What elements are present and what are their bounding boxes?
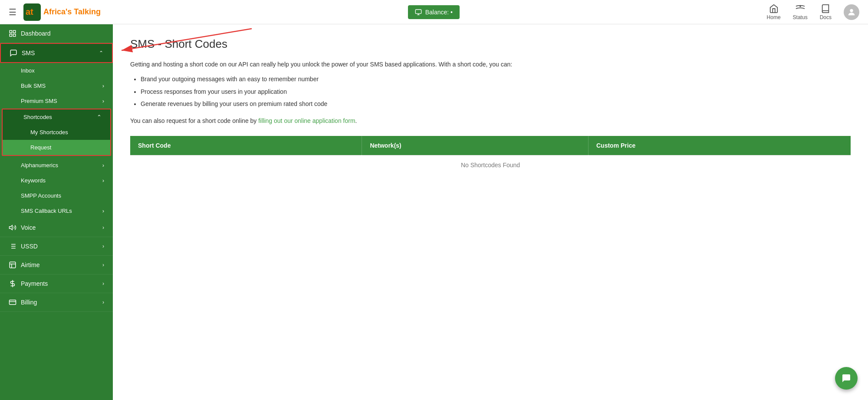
table-header-custom-price: Custom Price	[588, 136, 851, 155]
sidebar-item-dashboard-label: Dashboard	[21, 30, 51, 37]
sidebar-item-keywords[interactable]: Keywords ›	[0, 173, 113, 188]
bullet-item-3: Generate revenues by billing your users …	[141, 99, 851, 109]
page-title: SMS - Short Codes	[130, 37, 851, 51]
svg-point-6	[850, 9, 853, 12]
premium-sms-chevron: ›	[102, 98, 104, 104]
alphanumerics-chevron: ›	[102, 162, 104, 169]
header-center: Balance: •	[408, 5, 460, 19]
bullet-item-2: Process responses from your users in you…	[141, 87, 851, 96]
voice-chevron: ›	[102, 225, 104, 231]
main-layout: Dashboard SMS ⌃ Inbox Bulk SMS › Premium…	[0, 24, 868, 400]
home-nav-item[interactable]: Home	[767, 4, 781, 20]
sidebar-item-ussd[interactable]: USSD ›	[0, 237, 113, 256]
svg-rect-8	[13, 30, 16, 33]
chat-icon	[841, 373, 852, 383]
content-area: SMS - Short Codes Getting and hosting a …	[113, 24, 868, 400]
sidebar-item-airtime-label: Airtime	[21, 261, 40, 268]
table-header-short-code: Short Code	[130, 136, 362, 155]
sidebar-item-my-shortcodes[interactable]: My Shortcodes	[3, 125, 110, 140]
sidebar-item-sms[interactable]: SMS ⌃	[0, 43, 113, 63]
shortcodes-group: Shortcodes ⌃ My Shortcodes Request	[2, 109, 111, 156]
application-form-link[interactable]: filling out our online application form	[258, 117, 355, 124]
table-empty-row: No Shortcodes Found	[130, 155, 851, 175]
sidebar-item-bulk-sms[interactable]: Bulk SMS ›	[0, 78, 113, 93]
status-icon	[796, 4, 805, 13]
sms-icon	[10, 49, 17, 57]
logo-icon: at	[23, 3, 41, 21]
airtime-chevron: ›	[102, 262, 104, 268]
header-right: Home Status Docs	[767, 4, 859, 20]
sidebar-item-airtime[interactable]: Airtime ›	[0, 256, 113, 274]
svg-rect-10	[10, 34, 12, 36]
callback-chevron: ›	[102, 208, 104, 214]
billing-chevron: ›	[102, 299, 104, 305]
sidebar-item-alphanumerics[interactable]: Alphanumerics ›	[0, 158, 113, 173]
top-header: ☰ at Africa's Talking Balance: • Home St…	[0, 0, 868, 24]
ussd-icon	[9, 242, 16, 250]
payments-icon	[9, 280, 16, 288]
svg-marker-11	[10, 225, 13, 230]
table-header-networks: Network(s)	[362, 136, 589, 155]
bullet-list: Brand your outgoing messages with an eas…	[141, 74, 851, 109]
sidebar-item-inbox[interactable]: Inbox	[0, 63, 113, 78]
intro-text: Getting and hosting a short code on our …	[130, 60, 851, 69]
sidebar-item-sms-label: SMS	[22, 50, 35, 56]
sidebar-item-voice[interactable]: Voice ›	[0, 218, 113, 237]
svg-rect-2	[415, 10, 421, 13]
svg-rect-20	[10, 300, 16, 305]
sms-chevron: ⌃	[99, 50, 103, 56]
logo-text: Africa's Talking	[43, 7, 101, 17]
svg-rect-9	[13, 34, 16, 36]
fab-button[interactable]	[835, 367, 858, 390]
sidebar-item-smpp-accounts[interactable]: SMPP Accounts	[0, 188, 113, 203]
shortcodes-chevron: ⌃	[97, 114, 102, 120]
dashboard-icon	[9, 30, 16, 37]
billing-icon	[9, 298, 16, 306]
sidebar-item-payments[interactable]: Payments ›	[0, 274, 113, 293]
sidebar-item-billing-label: Billing	[21, 299, 37, 306]
user-avatar[interactable]	[844, 4, 859, 20]
keywords-chevron: ›	[102, 177, 104, 184]
sidebar-item-ussd-label: USSD	[21, 243, 38, 250]
balance-label: Balance: •	[425, 9, 453, 16]
balance-button[interactable]: Balance: •	[408, 5, 460, 19]
sidebar: Dashboard SMS ⌃ Inbox Bulk SMS › Premium…	[0, 24, 113, 400]
sidebar-item-sms-callback-urls[interactable]: SMS Callback URLs ›	[0, 203, 113, 218]
sidebar-item-billing[interactable]: Billing ›	[0, 293, 113, 312]
airtime-icon	[9, 261, 16, 269]
monitor-icon	[415, 9, 422, 16]
docs-icon	[821, 4, 830, 13]
table-empty-message: No Shortcodes Found	[130, 155, 851, 175]
sidebar-item-shortcodes[interactable]: Shortcodes ⌃	[3, 109, 110, 125]
svg-text:at: at	[26, 7, 33, 17]
sidebar-item-premium-sms[interactable]: Premium SMS ›	[0, 93, 113, 109]
hamburger-menu[interactable]: ☰	[9, 7, 16, 17]
svg-rect-18	[10, 262, 16, 268]
sidebar-item-request[interactable]: Request	[3, 140, 110, 155]
request-text: You can also request for a short code on…	[130, 116, 851, 126]
ussd-chevron: ›	[102, 243, 104, 249]
avatar-icon	[847, 7, 856, 17]
payments-chevron: ›	[102, 281, 104, 287]
sidebar-item-dashboard[interactable]: Dashboard	[0, 24, 113, 43]
logo-area: at Africa's Talking	[23, 3, 101, 21]
docs-nav-item[interactable]: Docs	[820, 4, 832, 20]
shortcodes-table: Short Code Network(s) Custom Price No Sh…	[130, 136, 851, 175]
header-left: ☰ at Africa's Talking	[9, 3, 101, 21]
bullet-item-1: Brand your outgoing messages with an eas…	[141, 74, 851, 84]
sidebar-item-voice-label: Voice	[21, 224, 36, 231]
voice-icon	[9, 224, 16, 231]
home-icon	[769, 4, 779, 13]
svg-point-5	[800, 6, 801, 7]
svg-rect-7	[10, 30, 12, 33]
status-nav-item[interactable]: Status	[793, 4, 808, 20]
sidebar-item-payments-label: Payments	[21, 280, 48, 287]
bulk-sms-chevron: ›	[102, 83, 104, 89]
